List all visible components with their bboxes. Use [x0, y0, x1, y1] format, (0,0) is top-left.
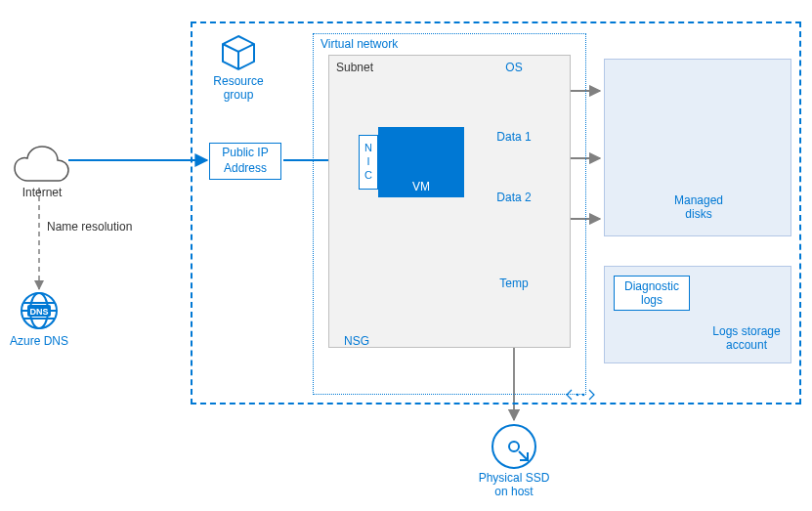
managed-disks-label: Managed disks — [655, 193, 743, 221]
resource-group-label: Resource group — [209, 74, 268, 102]
internet-label: Internet — [18, 186, 66, 199]
svg-text:DNS: DNS — [29, 307, 48, 317]
public-ip-box: Public IP Address — [209, 143, 281, 180]
disk-temp-label: Temp — [491, 277, 537, 290]
nsg-label: NSG — [344, 334, 369, 348]
internet-cloud-icon — [15, 147, 68, 181]
physical-ssd-icon — [492, 425, 535, 468]
physical-ssd-label: Physical SSD on host — [475, 471, 553, 498]
subnet-label: Subnet — [336, 61, 373, 74]
azure-dns-label: Azure DNS — [8, 334, 70, 348]
nic-box: NIC — [359, 135, 378, 190]
disk-os-label: OS — [494, 61, 534, 74]
vm-box: VM — [378, 127, 464, 197]
vm-label: VM — [412, 180, 430, 193]
name-resolution-label: Name resolution — [47, 220, 132, 234]
disk-data2-label: Data 2 — [488, 191, 540, 204]
logs-storage-label: Logs storage account — [705, 324, 788, 352]
virtual-network-label: Virtual network — [321, 37, 398, 51]
svg-point-28 — [509, 442, 519, 451]
dns-globe-icon: DNS — [21, 293, 57, 328]
disk-data1-label: Data 1 — [488, 130, 540, 144]
diagnostic-logs-box: Diagnostic logs — [614, 276, 690, 311]
